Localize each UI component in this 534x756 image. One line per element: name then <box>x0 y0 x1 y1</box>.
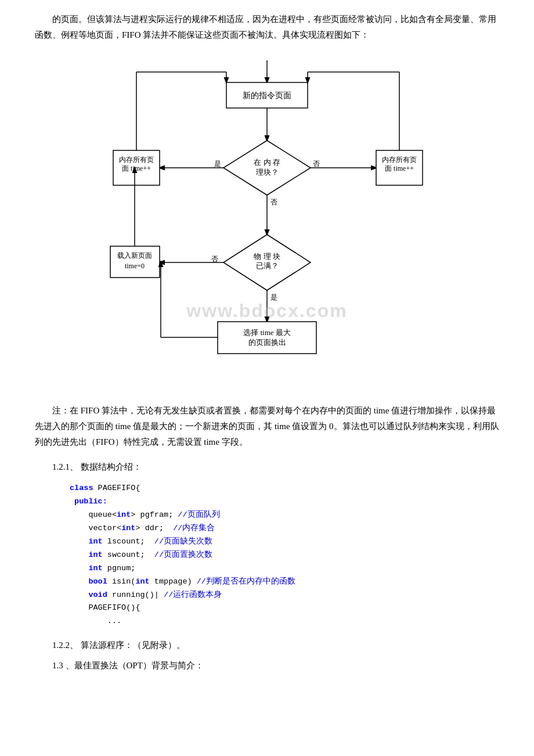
code-line-5: int lscount; //页面缺失次数 <box>70 535 464 549</box>
label-no2-left: 否 <box>211 255 218 263</box>
node-in-memory: 在 内 存 <box>254 158 280 167</box>
node-load-new2: time=0 <box>125 262 145 270</box>
node-mem-right-1: 内存所有页 <box>382 156 417 164</box>
intro-paragraph: 的页面。但该算法与进程实际运行的规律不相适应，因为在进程中，有些页面经常被访问，… <box>35 12 499 43</box>
code-line-4: vector<int> ddr; //内存集合 <box>70 522 464 535</box>
code-line-8: bool isin(int tmppage) //判断是否在内存中的函数 <box>70 575 464 589</box>
section-1-3-title: 1.3 、最佳置换法（OPT）背景与简介： <box>52 658 499 674</box>
code-line-11: ... <box>70 615 464 628</box>
classname: PAGEFIFO{ <box>98 484 140 492</box>
flowchart-container: 新的指令页面 在 内 存 理块？ 是 否 否 内存所有页 面 time++ <box>35 55 499 391</box>
label-yes-left: 是 <box>214 160 221 168</box>
node-phys-full1: 物 理 块 <box>254 252 280 261</box>
node-mem-left-1: 内存所有页 <box>119 156 154 164</box>
node-mem-left-2: 面 time++ <box>122 164 151 172</box>
code-line-3: queue<int> pgfram; //页面队列 <box>70 509 464 522</box>
section-1-2-2-title: 1.2.2、 算法源程序：（见附录）。 <box>52 638 499 653</box>
node-in-memory2: 理块？ <box>256 168 279 177</box>
code-line-6: int swcount; //页面置换次数 <box>70 549 464 562</box>
node-mem-right-2: 面 time++ <box>385 164 414 172</box>
code-line-10: PAGEFIFO(){ <box>70 602 464 615</box>
code-line-2: public: <box>70 495 464 509</box>
code-block: class PAGEFIFO{ public: queue<int> pgfra… <box>70 480 464 631</box>
node-phys-full2: 已满？ <box>256 261 279 270</box>
flowchart: 新的指令页面 在 内 存 理块？ 是 否 否 内存所有页 面 time++ <box>70 55 464 391</box>
code-line-1: class PAGEFIFO{ <box>70 482 464 495</box>
kw-class: class <box>70 484 98 492</box>
code-line-7: int pgnum; <box>70 562 464 575</box>
section-1-2-1-title: 1.2.1、 数据结构介绍： <box>52 459 499 475</box>
node-load-new1: 载入新页面 <box>117 251 152 260</box>
note-paragraph: 注：在 FIFO 算法中，无论有无发生缺页或者置换，都需要对每个在内存中的页面的… <box>35 403 499 450</box>
kw-public: public: <box>70 497 107 506</box>
label-no-right: 否 <box>313 160 320 168</box>
node-select-max1: 选择 time 最大 <box>243 328 291 337</box>
flowchart-svg: 新的指令页面 在 内 存 理块？ 是 否 否 内存所有页 面 time++ <box>70 55 464 391</box>
label-yes2-below: 是 <box>270 293 277 301</box>
node-new-cmd: 新的指令页面 <box>243 91 291 100</box>
node-select-max2: 的页面换出 <box>248 338 286 347</box>
code-line-9: void running()| //运行函数本身 <box>70 589 464 602</box>
label-no-below: 否 <box>270 198 277 206</box>
